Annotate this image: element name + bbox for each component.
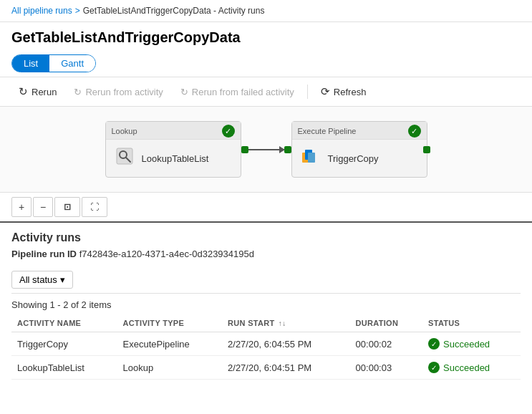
rerun-from-failed-label: Rerun from failed activity — [192, 87, 294, 97]
refresh-label: Refresh — [334, 87, 367, 97]
lookup-icon — [115, 147, 135, 170]
breadcrumb-current: GetTableListAndTriggerCopyData - Activit… — [83, 6, 265, 16]
runs-section: Activity runs Pipeline run ID f742843e-a… — [0, 223, 532, 388]
sort-icon: ↑↓ — [279, 319, 286, 327]
node-type-lookup: Lookup — [112, 127, 137, 135]
cell-duration-1: 00:00:03 — [350, 356, 422, 380]
refresh-button[interactable]: ⟳ Refresh — [314, 82, 374, 102]
zoom-fit-button[interactable]: ⊡ — [54, 197, 80, 217]
status-filter-button[interactable]: All status ▾ — [11, 271, 73, 289]
success-icon: ✓ — [428, 338, 440, 350]
node-name-lookup: LookupTableList — [142, 153, 209, 164]
table-row[interactable]: LookupTableListLookup2/27/20, 6:04:51 PM… — [11, 356, 521, 380]
rerun-failed-icon: ↻ — [180, 87, 188, 97]
view-toggle: List Gantt — [11, 54, 96, 72]
breadcrumb-all-runs[interactable]: All pipeline runs — [11, 6, 72, 16]
status-label: Succeeded — [443, 362, 490, 373]
conn-dot-left — [241, 146, 248, 153]
pipeline-run-label: Pipeline run ID — [11, 249, 77, 259]
cell-activity-name-1: LookupTableList — [11, 356, 117, 380]
table-row[interactable]: TriggerCopyExecutePipeline2/27/20, 6:04:… — [11, 332, 521, 356]
connector — [241, 146, 291, 153]
zoom-controls: + − ⊡ ⛶ — [0, 193, 532, 223]
rerun-from-activity-button[interactable]: ↻ Rerun from activity — [67, 83, 170, 101]
filter-label: All status — [19, 274, 57, 285]
cell-activity-type-1: Lookup — [117, 356, 223, 380]
zoom-frame-button[interactable]: ⛶ — [82, 197, 107, 217]
tab-gantt[interactable]: Gantt — [49, 55, 95, 72]
pipeline-run-id-row: Pipeline run ID f742843e-a120-4371-a4ec-… — [11, 249, 521, 259]
cell-run-start-1: 2/27/20, 6:04:51 PM — [222, 356, 350, 380]
status-succeeded-1: ✓Succeeded — [428, 362, 515, 373]
pipeline-run-id-value: f742843e-a120-4371-a4ec-0d323934195d — [79, 249, 254, 259]
svg-rect-5 — [308, 153, 315, 163]
pipeline-flow: Lookup ✓ LookupTableList — [105, 121, 427, 178]
cell-activity-name-0: TriggerCopy — [11, 332, 117, 356]
cell-status-0: ✓Succeeded — [422, 332, 521, 356]
node-body-lookup: LookupTableList — [106, 140, 241, 177]
node-name-execute: TriggerCopy — [328, 153, 379, 164]
refresh-icon: ⟳ — [321, 85, 330, 98]
toggle-bar: List Gantt — [0, 50, 532, 77]
col-header-status: STATUS — [422, 313, 521, 332]
check-badge-lookup: ✓ — [222, 125, 235, 138]
col-header-duration: DURATION — [350, 313, 422, 332]
cell-run-start-0: 2/27/20, 6:04:55 PM — [222, 332, 350, 356]
rerun-activity-icon: ↻ — [74, 87, 82, 97]
zoom-add-button[interactable]: + — [11, 197, 32, 217]
breadcrumb-separator: > — [75, 6, 80, 16]
check-badge-execute: ✓ — [408, 125, 421, 138]
col-header-run-start: RUN START ↑↓ — [222, 313, 350, 332]
table-header-row: ACTIVITY NAME ACTIVITY TYPE RUN START ↑↓… — [11, 313, 521, 332]
cell-duration-0: 00:00:02 — [350, 332, 422, 356]
node-type-execute: Execute Pipeline — [298, 127, 357, 135]
col-header-activity-type: ACTIVITY TYPE — [117, 313, 223, 332]
execute-icon — [301, 147, 321, 170]
activity-node-lookup[interactable]: Lookup ✓ LookupTableList — [105, 121, 241, 178]
cell-activity-type-0: ExecutePipeline — [117, 332, 223, 356]
rerun-from-activity-label: Rerun from activity — [85, 87, 163, 97]
status-label: Succeeded — [443, 339, 490, 350]
showing-text: Showing 1 - 2 of 2 items — [11, 297, 521, 313]
col-header-activity-name: ACTIVITY NAME — [11, 313, 117, 332]
breadcrumb: All pipeline runs > GetTableListAndTrigg… — [0, 0, 532, 22]
activity-node-execute[interactable]: Execute Pipeline ✓ TriggerCopy — [291, 121, 427, 178]
filter-bar: All status ▾ — [11, 266, 521, 294]
diagram-area: Lookup ✓ LookupTableList — [0, 107, 532, 193]
output-dot — [423, 146, 430, 153]
toolbar: ↻ Rerun ↻ Rerun from activity ↻ Rerun fr… — [0, 77, 532, 107]
node-header-execute: Execute Pipeline ✓ — [292, 122, 427, 140]
node-header-lookup: Lookup ✓ — [106, 122, 241, 140]
filter-chevron-icon: ▾ — [60, 274, 65, 285]
activity-table: ACTIVITY NAME ACTIVITY TYPE RUN START ↑↓… — [11, 313, 521, 380]
status-succeeded-0: ✓Succeeded — [428, 338, 515, 350]
rerun-label: Rerun — [32, 87, 57, 97]
toolbar-separator — [307, 85, 308, 99]
conn-line — [248, 149, 284, 150]
node-body-execute: TriggerCopy — [292, 140, 427, 177]
runs-title: Activity runs — [11, 231, 521, 244]
rerun-from-failed-button[interactable]: ↻ Rerun from failed activity — [173, 83, 301, 101]
rerun-button[interactable]: ↻ Rerun — [11, 82, 64, 102]
conn-dot-right — [284, 146, 291, 153]
zoom-subtract-button[interactable]: − — [33, 197, 53, 217]
success-icon: ✓ — [428, 362, 440, 373]
cell-status-1: ✓Succeeded — [422, 356, 521, 380]
tab-list[interactable]: List — [12, 55, 49, 72]
rerun-icon: ↻ — [19, 85, 28, 98]
page-title: GetTableListAndTriggerCopyData — [0, 22, 532, 50]
